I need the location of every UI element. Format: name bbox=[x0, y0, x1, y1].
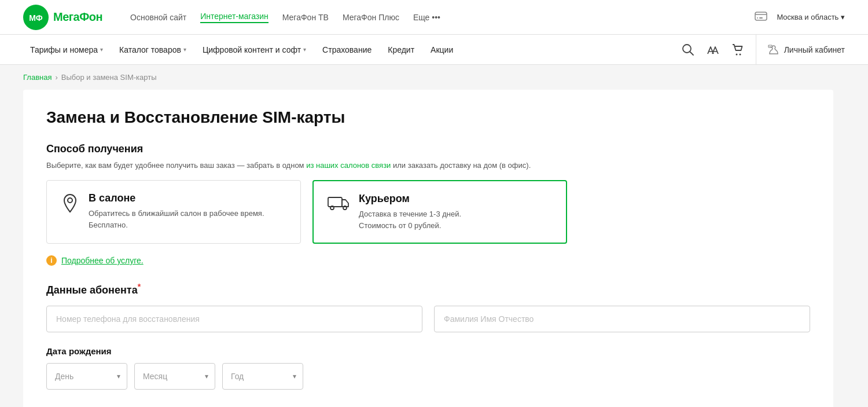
delivery-subtitle: Выберите, как вам будет удобнее получить… bbox=[46, 161, 810, 170]
phone-input[interactable] bbox=[46, 306, 422, 332]
nav-promo[interactable]: Акции bbox=[424, 35, 460, 65]
fullname-input[interactable] bbox=[434, 306, 810, 332]
main-nav-items: Способ получения Тарифы и номера ▾ Катал… bbox=[23, 35, 682, 65]
delivery-section-title: Способ получения bbox=[46, 143, 810, 155]
svg-point-3 bbox=[757, 17, 758, 19]
svg-point-15 bbox=[343, 206, 347, 210]
year-select[interactable]: Год bbox=[222, 363, 303, 390]
nav-online-shop[interactable]: Интернет-магазин bbox=[200, 12, 269, 23]
birthday-row: День ▾ Месяц ▾ Год ▾ bbox=[46, 363, 810, 390]
digital-label: Цифровой контент и софт bbox=[203, 45, 301, 54]
region-selector[interactable]: Москва и область ▾ bbox=[777, 13, 845, 21]
month-select[interactable]: Месяц bbox=[134, 363, 215, 390]
salon-icon bbox=[61, 193, 79, 218]
salon-content: В салоне Обратитесь в ближайший салон в … bbox=[89, 192, 286, 230]
nav-megafon-tv[interactable]: МегаФон ТВ bbox=[282, 13, 329, 22]
birthday-title: Дата рождения bbox=[46, 346, 810, 356]
year-select-wrapper: Год ▾ bbox=[222, 363, 303, 390]
svg-point-14 bbox=[330, 206, 334, 210]
content-wrapper: Замена и Восстановление SIM-карты Способ… bbox=[0, 90, 868, 407]
svg-point-12 bbox=[68, 198, 72, 203]
cart-button[interactable] bbox=[731, 43, 744, 56]
salon-desc: Обратитесь в ближайший салон в рабочее в… bbox=[89, 208, 286, 230]
subscriber-form-row bbox=[46, 306, 810, 332]
svg-rect-2 bbox=[755, 12, 767, 20]
svg-point-9 bbox=[735, 53, 737, 55]
nav-credit[interactable]: Кредит bbox=[381, 35, 421, 65]
personal-cabinet-label: Личный кабинет bbox=[784, 45, 845, 54]
salon-link[interactable]: из наших салонов связи bbox=[306, 161, 391, 170]
insurance-label: Страхование bbox=[322, 45, 372, 54]
compare-button[interactable] bbox=[706, 43, 720, 56]
credit-label: Кредит bbox=[388, 45, 414, 54]
digital-chevron: ▾ bbox=[303, 46, 306, 53]
birthday-section: Дата рождения День ▾ Месяц ▾ Год bbox=[46, 346, 810, 390]
svg-text:МФ: МФ bbox=[29, 13, 43, 23]
nav-megafon-plus[interactable]: МегаФон Плюс bbox=[343, 13, 399, 22]
breadcrumb-separator: › bbox=[55, 73, 57, 82]
svg-line-6 bbox=[690, 52, 693, 55]
svg-rect-4 bbox=[759, 17, 763, 19]
search-button[interactable] bbox=[682, 43, 694, 56]
catalog-label: Каталог товаров bbox=[119, 45, 181, 54]
personal-cabinet-button[interactable]: Личный кабинет bbox=[756, 35, 845, 65]
nav-digital[interactable]: Цифровой контент и софт ▾ bbox=[196, 35, 313, 65]
delivery-salon-card[interactable]: В салоне Обратитесь в ближайший салон в … bbox=[46, 180, 301, 244]
svg-point-10 bbox=[739, 53, 741, 55]
nav-main-site[interactable]: Основной сайт bbox=[130, 13, 186, 22]
day-select[interactable]: День bbox=[46, 363, 127, 390]
month-select-wrapper: Месяц ▾ bbox=[134, 363, 215, 390]
content-card: Замена и Восстановление SIM-карты Способ… bbox=[23, 90, 833, 407]
courier-title: Курьером bbox=[359, 193, 461, 205]
breadcrumb-home[interactable]: Главная bbox=[23, 73, 52, 82]
info-link-row: i Подробнее об услуге. bbox=[46, 255, 810, 266]
top-nav-right: Москва и область ▾ bbox=[755, 9, 845, 25]
subscriber-section: Данные абонента* bbox=[46, 282, 810, 332]
info-link[interactable]: Подробнее об услуге. bbox=[61, 256, 144, 265]
salon-title: В салоне bbox=[89, 192, 286, 204]
nav-insurance[interactable]: Страхование bbox=[315, 35, 378, 65]
nav-catalog[interactable]: Каталог товаров ▾ bbox=[112, 35, 193, 65]
breadcrumb: Главная › Выбор и замена SIM-карты bbox=[23, 73, 845, 82]
breadcrumb-bar: Главная › Выбор и замена SIM-карты bbox=[0, 65, 868, 90]
tariffs-chevron: ▾ bbox=[100, 46, 103, 53]
main-nav-right: Личный кабинет bbox=[682, 35, 845, 65]
catalog-chevron: ▾ bbox=[183, 46, 186, 53]
top-nav-links: Основной сайт Интернет-магазин МегаФон Т… bbox=[130, 12, 736, 23]
tariffs-label: Тарифы и номера bbox=[30, 45, 98, 54]
info-icon: i bbox=[46, 255, 57, 266]
courier-content: Курьером Доставка в течение 1-3 дней.Сто… bbox=[359, 193, 461, 231]
page-title: Замена и Восстановление SIM-карты bbox=[46, 108, 810, 127]
promo-label: Акции bbox=[431, 45, 453, 54]
top-nav: МФ МегаФон Основной сайт Интернет-магази… bbox=[0, 0, 868, 35]
main-nav: Способ получения Тарифы и номера ▾ Катал… bbox=[0, 35, 868, 65]
nav-more[interactable]: Еще ••• bbox=[413, 13, 440, 22]
courier-icon bbox=[328, 194, 350, 214]
nav-tariffs[interactable]: Способ получения Тарифы и номера ▾ bbox=[23, 35, 110, 65]
brand-name: МегаФон bbox=[53, 10, 102, 24]
logo[interactable]: МФ МегаФон bbox=[23, 5, 102, 30]
delivery-options: В салоне Обратитесь в ближайший салон в … bbox=[46, 180, 810, 244]
day-select-wrapper: День ▾ bbox=[46, 363, 127, 390]
subscriber-title: Данные абонента* bbox=[46, 282, 810, 296]
delivery-courier-card[interactable]: Курьером Доставка в течение 1-3 дней.Сто… bbox=[312, 180, 567, 244]
support-icon[interactable] bbox=[755, 9, 767, 25]
breadcrumb-current: Выбор и замена SIM-карты bbox=[61, 73, 157, 82]
courier-desc: Доставка в течение 1-3 дней.Стоимость от… bbox=[359, 208, 461, 231]
svg-rect-13 bbox=[328, 197, 342, 207]
